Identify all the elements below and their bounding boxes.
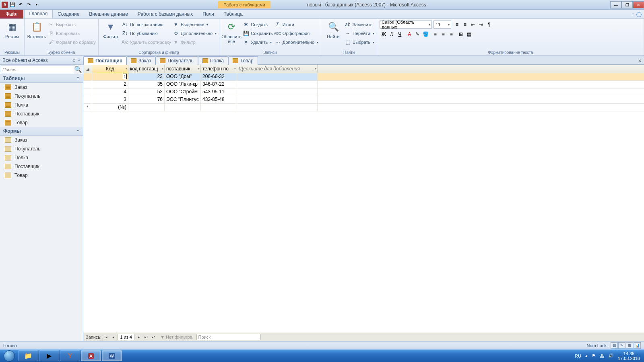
nav-form-item[interactable]: Полка <box>0 153 83 162</box>
tab-table[interactable]: Таблица <box>219 10 248 19</box>
advanced-filter-button[interactable]: ⚙Дополнительно▾ <box>173 29 217 37</box>
nav-form-item[interactable]: Поставщик <box>0 162 83 171</box>
lang-indicator[interactable]: RU <box>575 354 581 358</box>
cell[interactable]: 3 <box>92 96 128 103</box>
cell[interactable]: ЭОС "Плинтус <box>165 96 201 103</box>
new-row-icon[interactable]: * <box>83 104 92 111</box>
table-row[interactable]: 1 23 ООО "Дом" 206-66-32 <box>83 73 644 81</box>
taskbar-yandex[interactable]: Y <box>60 350 80 361</box>
align-right-button[interactable]: ≡ <box>447 30 455 38</box>
cell[interactable]: 432-85-48 <box>201 96 237 103</box>
clear-sort-button[interactable]: A⊘Удалить сортировку <box>122 38 171 46</box>
chart-view-button[interactable]: 📊 <box>634 342 641 349</box>
taskbar-access[interactable]: A <box>81 350 101 361</box>
tab-create[interactable]: Создание <box>53 10 84 19</box>
start-button[interactable] <box>1 350 18 362</box>
indent-right-button[interactable]: ⇥ <box>477 21 485 29</box>
spelling-button[interactable]: ABCОрфография <box>275 29 318 37</box>
navpane-collapse-icon[interactable]: « <box>78 58 80 62</box>
design-view-button[interactable]: ✎ <box>618 342 625 349</box>
view-button[interactable]: ▦Режим <box>2 21 22 39</box>
file-tab[interactable]: Файл <box>0 10 23 19</box>
cell[interactable] <box>201 104 237 111</box>
row-selector[interactable] <box>83 96 92 103</box>
row-selector[interactable] <box>83 73 92 80</box>
maximize-button[interactable]: ❐ <box>621 1 633 8</box>
cell[interactable]: ООО "Дом" <box>165 73 201 80</box>
cell[interactable] <box>237 88 318 96</box>
help-icon[interactable]: ⓘ <box>636 11 642 19</box>
datasheet-view-button[interactable]: ▦ <box>611 342 618 349</box>
datasheet-grid[interactable]: ◢ Код▾ код поставщ▾ поставщик▾ телефон п… <box>83 65 644 333</box>
delete-record-button[interactable]: ✕Удалить▾ <box>243 38 273 46</box>
cell[interactable]: 206-66-32 <box>201 73 237 80</box>
cell[interactable] <box>237 73 318 80</box>
italic-button[interactable]: К <box>388 30 396 38</box>
tab-fields[interactable]: Поля <box>198 10 219 19</box>
navpane-dropdown-icon[interactable]: ⊙ <box>72 58 76 62</box>
more-records-button[interactable]: ⋯Дополнительно▾ <box>275 38 318 46</box>
record-search-input[interactable]: Поиск <box>196 334 261 340</box>
redo-icon[interactable]: ↷ <box>25 1 32 8</box>
cell[interactable] <box>237 81 318 88</box>
cell[interactable] <box>237 96 318 103</box>
align-left-button[interactable]: ≡ <box>431 30 439 38</box>
cell[interactable]: (№) <box>92 104 128 111</box>
table-row[interactable]: 2 35 ООО "Лаки-кр 346-87-22 <box>83 81 644 88</box>
cell[interactable]: 2 <box>92 81 128 88</box>
navpane-search-input[interactable] <box>1 66 74 73</box>
filter-button[interactable]: ▼Фильтр <box>101 21 120 39</box>
table-row[interactable]: 4 52 ООО "Стройм 543-95-11 <box>83 88 644 96</box>
clock[interactable]: 14:3617.03.2016 <box>618 351 640 361</box>
goto-button[interactable]: →Перейти▾ <box>345 29 374 37</box>
align-center-button[interactable]: ≡ <box>439 30 447 38</box>
numbering-button[interactable]: ≡ <box>461 21 469 29</box>
find-button[interactable]: 🔍Найти <box>324 21 343 39</box>
refresh-button[interactable]: ⟳Обновить все <box>222 21 241 44</box>
undo-icon[interactable]: ↶ <box>17 1 24 8</box>
cell[interactable]: 35 <box>128 81 165 88</box>
cell[interactable]: 4 <box>92 88 128 96</box>
cell[interactable]: 23 <box>128 73 165 80</box>
nav-form-item[interactable]: Товар <box>0 171 83 180</box>
cell[interactable]: 543-95-11 <box>201 88 237 96</box>
font-select[interactable]: Calibri (Область данных <box>380 21 432 29</box>
tab-dbtools[interactable]: Работа с базами данных <box>133 10 198 19</box>
cell[interactable] <box>237 104 318 111</box>
record-position-input[interactable] <box>118 334 134 340</box>
cut-button[interactable]: ✂Вырезать <box>48 21 96 29</box>
underline-button[interactable]: Ч <box>396 30 404 38</box>
tray-arrow-icon[interactable]: ▴ <box>585 353 588 358</box>
doc-tab[interactable]: Товар <box>228 56 258 65</box>
tab-external[interactable]: Внешние данные <box>84 10 133 19</box>
last-record-button[interactable]: ▸I <box>143 335 149 339</box>
cell[interactable] <box>128 104 165 111</box>
tray-network-icon[interactable]: 🖧 <box>600 354 604 358</box>
cell[interactable]: 1 <box>92 73 128 80</box>
cell[interactable]: 76 <box>128 96 165 103</box>
bold-button[interactable]: Ж <box>380 30 388 38</box>
minimize-button[interactable]: — <box>610 1 621 8</box>
tray-volume-icon[interactable]: 🔊 <box>608 353 614 358</box>
save-icon[interactable]: 💾 <box>9 1 16 8</box>
sort-asc-button[interactable]: A↓По возрастанию <box>122 21 171 29</box>
fill-color-button[interactable]: 🪣 <box>421 30 429 38</box>
cell[interactable]: ООО "Стройм <box>165 88 201 96</box>
highlight-button[interactable]: ✎ <box>413 30 421 38</box>
nav-table-item[interactable]: Покупатель <box>0 92 83 101</box>
copy-button[interactable]: ⎘Копировать <box>48 29 96 37</box>
nav-table-item[interactable]: Поставщик <box>0 109 83 118</box>
navpane-header[interactable]: Все объекты Access ⊙« <box>0 56 83 65</box>
close-tab-button[interactable]: ✕ <box>636 57 643 64</box>
font-color-button[interactable]: A <box>405 30 413 38</box>
nav-section-forms[interactable]: Формы⌃ <box>0 127 83 136</box>
nav-table-item[interactable]: Полка <box>0 101 83 109</box>
cell[interactable]: 346-87-22 <box>201 81 237 88</box>
select-button[interactable]: ⬚Выбрать▾ <box>345 38 374 46</box>
close-button[interactable]: ✕ <box>633 1 644 8</box>
nav-table-item[interactable]: Заказ <box>0 83 83 92</box>
doc-tab[interactable]: Полка <box>198 56 228 65</box>
cell[interactable]: ООО "Лаки-кр <box>165 81 201 88</box>
new-record-nav-button[interactable]: ▸* <box>151 335 156 339</box>
replace-button[interactable]: abЗаменить <box>345 21 374 29</box>
